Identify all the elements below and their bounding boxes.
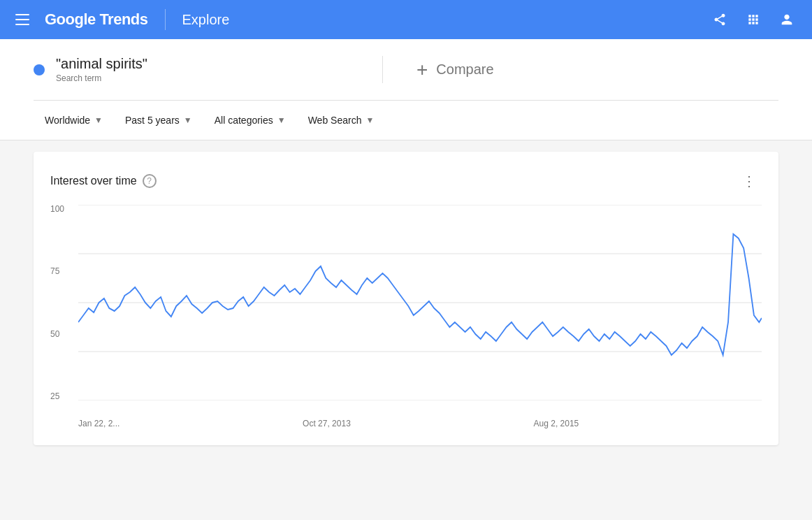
header-divider [165, 9, 166, 30]
search-term-box: "animal spirits" Search term [34, 56, 383, 83]
location-filter[interactable]: Worldwide ▼ [34, 106, 114, 134]
search-type-arrow-icon: ▼ [365, 115, 374, 125]
compare-plus-icon: + [416, 59, 428, 81]
filter-bar: Worldwide ▼ Past 5 years ▼ All categorie… [34, 101, 778, 140]
menu-icon[interactable] [11, 8, 34, 31]
account-button[interactable] [773, 6, 801, 34]
x-label-oct2013: Oct 27, 2013 [303, 419, 351, 428]
share-button[interactable] [706, 6, 734, 34]
y-axis: 100 75 50 25 [50, 205, 64, 400]
term-info: "animal spirits" Search term [56, 56, 147, 83]
category-filter[interactable]: All categories ▼ [203, 106, 297, 134]
x-label-aug2015: Aug 2, 2015 [534, 419, 579, 428]
svg-rect-0 [15, 14, 29, 15]
page-title: Explore [182, 12, 230, 28]
chart-title-area: Interest over time ? [50, 174, 157, 188]
y-label-50: 50 [50, 330, 64, 338]
help-icon[interactable]: ? [143, 174, 157, 188]
chart-title: Interest over time [50, 175, 137, 187]
location-label: Worldwide [45, 115, 90, 126]
x-label-jan2012: Jan 22, 2... [78, 419, 119, 428]
y-label-75: 75 [50, 267, 64, 275]
chart-header: Interest over time ? ⋮ [50, 168, 762, 194]
term-type: Search term [56, 73, 147, 83]
search-term[interactable]: "animal spirits" [56, 56, 147, 72]
interest-over-time-card: Interest over time ? ⋮ 100 75 50 25 [34, 152, 778, 445]
logo-google: Google [45, 10, 99, 28]
search-type-filter[interactable]: Web Search ▼ [297, 106, 386, 134]
location-arrow-icon: ▼ [94, 115, 103, 125]
y-label-100: 100 [50, 205, 64, 213]
main-content: Interest over time ? ⋮ 100 75 50 25 [0, 140, 812, 456]
svg-rect-2 [15, 24, 29, 25]
search-area: "animal spirits" Search term + Compare W… [0, 39, 812, 140]
category-label: All categories [215, 115, 273, 126]
time-range-label: Past 5 years [125, 115, 180, 126]
chart-plot [78, 205, 762, 400]
time-range-arrow-icon: ▼ [184, 115, 192, 125]
app-header: Google Trends Explore [0, 0, 812, 39]
compare-label: Compare [436, 62, 493, 78]
more-options-button[interactable]: ⋮ [737, 168, 762, 194]
y-label-25: 25 [50, 392, 64, 400]
category-arrow-icon: ▼ [277, 115, 286, 125]
compare-box[interactable]: + Compare [400, 56, 778, 83]
term-color-indicator [34, 64, 45, 75]
chart-area: 100 75 50 25 [50, 205, 762, 428]
x-axis: Jan 22, 2... Oct 27, 2013 Aug 2, 2015 [78, 419, 762, 428]
chart-svg [78, 205, 762, 400]
logo-trends: Trends [99, 10, 147, 28]
search-box-container: "animal spirits" Search term + Compare [34, 39, 778, 101]
search-type-label: Web Search [308, 115, 362, 126]
time-range-filter[interactable]: Past 5 years ▼ [114, 106, 203, 134]
apps-button[interactable] [739, 6, 767, 34]
app-logo: Google Trends [45, 10, 148, 29]
svg-rect-1 [15, 19, 29, 20]
header-actions [706, 6, 801, 34]
